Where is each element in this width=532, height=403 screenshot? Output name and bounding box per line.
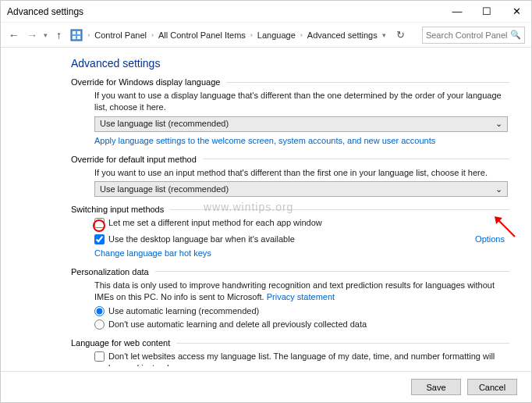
search-box[interactable]: 🔍	[422, 27, 525, 44]
save-button[interactable]: Save	[411, 379, 461, 395]
recent-pages-icon[interactable]: ▾	[44, 31, 48, 39]
desktop-language-bar-checkbox[interactable]	[94, 234, 105, 244]
close-button[interactable]: ✕	[502, 1, 531, 23]
cancel-button[interactable]: Cancel	[467, 379, 517, 395]
section-head-switching: Switching input methods	[71, 205, 509, 214]
web-language-checkbox[interactable]	[94, 351, 105, 362]
breadcrumb-dropdown-icon[interactable]: ▾	[382, 31, 386, 39]
minimize-button[interactable]: —	[442, 1, 472, 23]
input-method-dropdown[interactable]: Use language list (recommended) ⌄	[94, 181, 508, 197]
section-text: If you want to use a display language th…	[94, 90, 509, 113]
options-link[interactable]: Options	[475, 234, 508, 245]
back-button[interactable]: ←	[7, 29, 20, 41]
forward-button[interactable]: →	[25, 29, 38, 41]
breadcrumb-item[interactable]: Language	[257, 30, 296, 40]
chevron-down-icon: ⌄	[495, 184, 502, 195]
content-area: Advanced settings Override for Windows d…	[1, 48, 531, 366]
search-icon: 🔍	[510, 30, 521, 40]
privacy-link[interactable]: Privacy statement	[267, 292, 335, 301]
titlebar: Advanced settings — ☐ ✕	[1, 1, 531, 23]
section-text: If you want to use an input method that'…	[94, 167, 509, 179]
maximize-button[interactable]: ☐	[472, 1, 502, 23]
hotkeys-link[interactable]: Change language bar hot keys	[94, 248, 211, 258]
window-buttons: — ☐ ✕	[442, 1, 531, 23]
svg-rect-3	[73, 36, 76, 39]
section-head-input-method: Override for default input method	[71, 155, 509, 164]
breadcrumb-item[interactable]: Advanced settings	[307, 30, 378, 40]
auto-learning-radio[interactable]	[94, 306, 105, 316]
breadcrumb[interactable]: › Control Panel › All Control Panel Item…	[87, 30, 377, 40]
section-head-web-content: Language for web content	[71, 338, 509, 348]
page-title: Advanced settings	[71, 57, 509, 70]
svg-rect-2	[77, 31, 80, 34]
no-learning-radio[interactable]	[94, 319, 105, 330]
refresh-button[interactable]: ↻	[391, 29, 411, 41]
display-language-dropdown[interactable]: Use language list (recommended) ⌄	[94, 116, 508, 132]
search-input[interactable]	[426, 30, 510, 40]
up-button[interactable]: ↑	[52, 29, 66, 41]
svg-rect-4	[77, 36, 80, 39]
footer: Save Cancel	[1, 371, 531, 402]
per-app-input-checkbox[interactable]	[94, 218, 105, 228]
breadcrumb-item[interactable]: Control Panel	[94, 30, 147, 40]
section-head-display-language: Override for Windows display language	[71, 77, 509, 87]
svg-rect-1	[73, 31, 76, 34]
chevron-down-icon: ⌄	[495, 118, 502, 130]
apply-settings-link[interactable]: Apply language settings to the welcome s…	[94, 136, 435, 145]
breadcrumb-item[interactable]: All Control Panel Items	[158, 30, 246, 40]
window-title: Advanced settings	[7, 6, 442, 17]
navbar: ← → ▾ ↑ › Control Panel › All Control Pa…	[1, 23, 531, 48]
section-text: This data is only used to improve handwr…	[94, 280, 509, 303]
control-panel-icon	[70, 28, 83, 42]
section-head-personalization: Personalization data	[71, 267, 509, 276]
